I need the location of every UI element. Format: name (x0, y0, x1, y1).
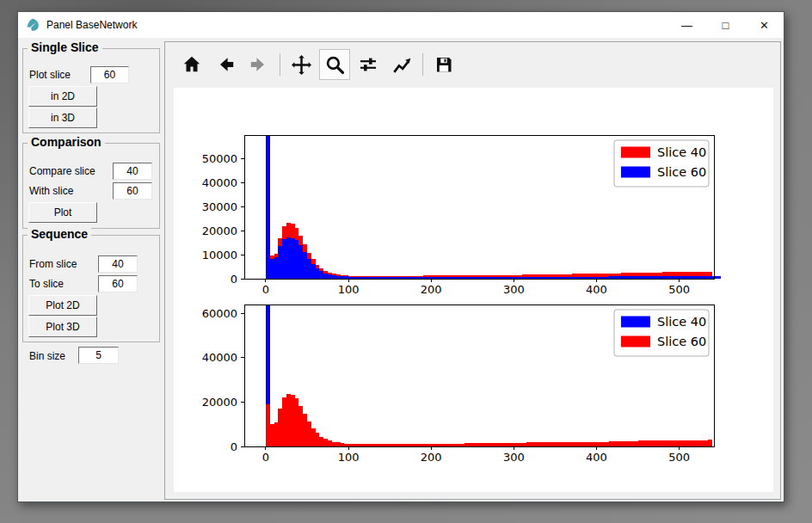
hist-bar (319, 271, 323, 279)
hist-bar (323, 439, 328, 446)
hist-bar (316, 268, 320, 279)
from-slice-input[interactable] (98, 255, 138, 273)
legend-label: Slice 40 (657, 315, 706, 329)
save-icon[interactable] (428, 49, 459, 80)
hist-bar (600, 442, 605, 446)
hist-bar (671, 440, 675, 446)
window-content: Single Slice Plot slice in 2D in 3D Comp… (18, 38, 784, 501)
hist-bar (295, 398, 299, 446)
x-tick-label: 0 (262, 451, 269, 464)
subplots-icon[interactable] (353, 49, 384, 80)
hist-bar (630, 441, 634, 446)
group-comparison: Comparison Compare slice With slice Plot (22, 143, 160, 229)
hist-bar (266, 135, 270, 279)
plot-3d-button[interactable]: Plot 3D (28, 317, 97, 337)
hist-bar (563, 442, 568, 446)
plot-toolbar (165, 42, 780, 87)
maximize-button[interactable]: □ (706, 12, 745, 38)
hist-bar (642, 440, 646, 446)
window-controls: — □ ✕ (667, 12, 784, 38)
hist-bar (704, 440, 708, 446)
hist-bar (452, 444, 456, 446)
hist-bar (551, 442, 556, 446)
close-button[interactable]: ✕ (745, 12, 784, 38)
hist-bar (311, 264, 316, 279)
plot-slice-input[interactable] (90, 66, 129, 83)
hist-bar (522, 443, 526, 446)
hist-bar (303, 252, 307, 279)
y-tick-label: 50000 (202, 152, 237, 165)
bin-size-input[interactable] (78, 347, 119, 364)
toolbar-separator (280, 53, 280, 76)
hist-bar (440, 444, 444, 446)
hist-bar (687, 440, 692, 446)
hist-bar (575, 442, 580, 446)
y-tick-label: 30000 (202, 200, 237, 213)
hist-bar (501, 443, 506, 446)
x-tick-label: 300 (503, 283, 525, 296)
hist-bar (344, 444, 348, 446)
to-slice-input[interactable] (98, 275, 138, 292)
hist-bar (481, 443, 485, 446)
home-icon[interactable] (176, 49, 207, 80)
hist-bar (605, 442, 609, 446)
x-tick-label: 200 (421, 283, 442, 296)
minimize-button[interactable]: — (667, 12, 706, 38)
hist-bar (427, 444, 431, 446)
legend-swatch (621, 336, 650, 348)
hist-bar (493, 443, 497, 446)
hist-bar (319, 437, 323, 446)
hist-bar (298, 245, 303, 279)
hist-bar (510, 443, 514, 446)
pan-icon[interactable] (286, 49, 317, 80)
plot-button[interactable]: Plot (28, 202, 97, 223)
app-window: Panel BaseNetwork — □ ✕ Single Slice Plo… (17, 11, 784, 502)
hist-bar (278, 409, 282, 446)
hist-bar (435, 444, 440, 446)
hist-bar (696, 440, 700, 446)
in-2d-button[interactable]: in 2D (28, 86, 97, 107)
group-single-slice: Single Slice Plot slice in 2D in 3D (22, 48, 160, 133)
hist-bar (328, 274, 332, 279)
hist-bar (469, 443, 473, 446)
with-slice-input[interactable] (113, 182, 152, 200)
hist-bar (274, 422, 279, 446)
hist-bar (274, 257, 279, 279)
hist-bar (675, 440, 680, 446)
y-tick-label: 20000 (202, 396, 237, 409)
group-title: Sequence (28, 227, 91, 241)
hist-bar (341, 443, 345, 446)
hist-bar (543, 442, 547, 446)
hist-bar (266, 404, 270, 446)
hist-bar (282, 239, 286, 279)
group-title: Single Slice (28, 40, 102, 54)
compare-slice-label: Compare slice (29, 165, 95, 177)
app-icon (26, 18, 40, 32)
x-tick-label: 400 (586, 283, 607, 296)
x-tick-label: 400 (586, 451, 607, 464)
titlebar: Panel BaseNetwork — □ ✕ (18, 12, 784, 38)
hist-bar (295, 240, 299, 279)
figure-canvas[interactable]: 0100200300400500010000200003000040000500… (174, 88, 773, 492)
in-3d-button[interactable]: in 3D (28, 108, 97, 128)
customize-icon[interactable] (386, 49, 417, 80)
hist-bar (464, 443, 469, 446)
hist-bar (683, 440, 687, 446)
compare-slice-input[interactable] (113, 163, 152, 180)
hist-bar (588, 442, 593, 446)
y-tick-label: 40000 (202, 176, 237, 189)
bin-size-label: Bin size (29, 350, 65, 362)
zoom-icon[interactable] (319, 49, 350, 80)
figure-svg: 0100200300400500010000200003000040000500… (174, 88, 773, 492)
hist-bar (625, 441, 630, 446)
x-tick-label: 300 (503, 451, 525, 464)
hist-bar (662, 440, 667, 446)
hist-bar (526, 442, 531, 446)
hist-bar (323, 274, 328, 279)
y-tick-label: 60000 (202, 307, 237, 320)
x-tick-label: 100 (338, 451, 360, 464)
plot-2d-button[interactable]: Plot 2D (28, 295, 97, 316)
hist-bar (659, 440, 663, 446)
back-icon[interactable] (210, 49, 241, 80)
y-tick-label: 0 (231, 440, 237, 453)
